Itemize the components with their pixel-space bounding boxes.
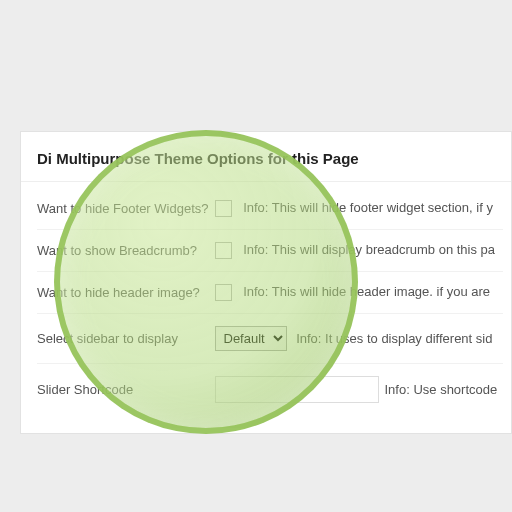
option-label: Slider Shortcode [37,364,215,416]
option-label: Want to show Breadcrumb? [37,230,215,272]
table-row: Want to hide Footer Widgets? Info: This … [37,188,503,230]
sidebar-select[interactable]: Default [215,326,287,351]
option-info: Info: This will hide header image. if yo… [243,284,490,299]
option-info: Info: Use shortcode [385,364,504,416]
theme-options-panel: Di Multipurpose Theme Options for this P… [20,131,512,434]
divider [21,181,511,182]
table-row: Want to show Breadcrumb? Info: This will… [37,230,503,272]
option-info: Info: This will display breadcrumb on th… [243,242,495,257]
slider-shortcode-input[interactable] [215,376,379,403]
option-label: Want to hide header image? [37,272,215,314]
table-row: Select sidebar to display Default Info: … [37,314,503,364]
panel-title: Di Multipurpose Theme Options for this P… [37,150,491,167]
options-table: Want to hide Footer Widgets? Info: This … [37,188,503,415]
option-label: Want to hide Footer Widgets? [37,188,215,230]
hide-footer-widgets-checkbox[interactable] [215,200,232,217]
option-label: Select sidebar to display [37,314,215,364]
table-row: Slider Shortcode Info: Use shortcode [37,364,503,416]
option-info: Info: This will hide footer widget secti… [243,200,493,215]
hide-header-image-checkbox[interactable] [215,284,232,301]
option-info: Info: It uses to display different sid [296,331,492,346]
show-breadcrumb-checkbox[interactable] [215,242,232,259]
table-row: Want to hide header image? Info: This wi… [37,272,503,314]
